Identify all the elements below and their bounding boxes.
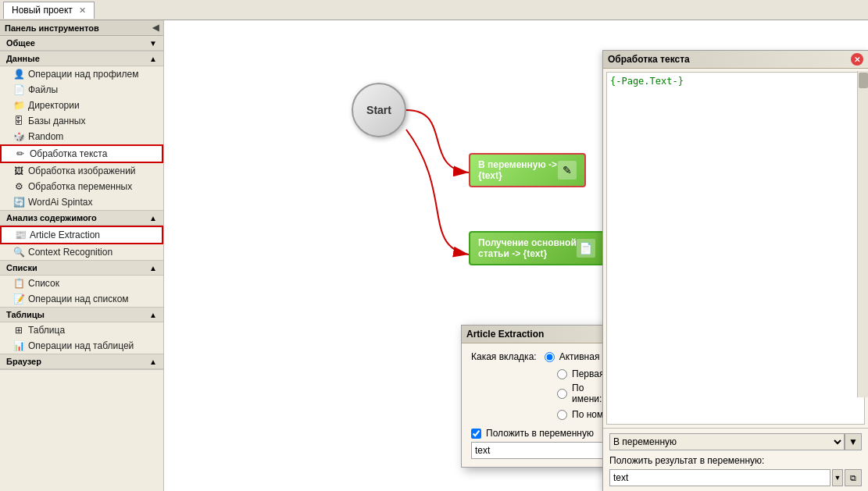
footer-select-row: В переменную ▼ [609,433,862,450]
section-general: Общее ▼ [0,36,163,52]
content-row: Панель инструментов ◀ Общее ▼ Данные ▲ 👤… [0,20,868,491]
sidebar-item-table-ops[interactable]: 📊 Операции над таблицей [0,338,163,354]
textarea-scrollbar[interactable] [857,71,868,397]
sidebar-header: Панель инструментов ◀ [0,20,163,36]
user-icon: 👤 [13,68,25,80]
tabs-bar: Новый проект ✕ [0,0,868,20]
start-node[interactable]: Start [352,83,406,137]
table-icon: ⊞ [13,324,25,336]
doc-icon: 📄 [577,239,595,258]
section-browser-arrow: ▲ [149,358,157,366]
db-icon: 🗄 [13,115,25,127]
sidebar-title: Панель инструментов [5,23,99,33]
section-content-analysis-title[interactable]: Анализ содержимого ▲ [0,211,163,226]
footer-result-label: Положить результат в переменную: [609,455,862,466]
sidebar-item-list[interactable]: 📋 Список [0,276,163,291]
sidebar-item-random[interactable]: 🎲 Random [0,129,163,144]
radio-active-label: Активная [559,351,600,362]
sidebar-item-table[interactable]: ⊞ Таблица [0,322,163,338]
section-browser-title[interactable]: Браузер ▲ [0,354,163,369]
dialog-text-close-btn[interactable]: ✕ [851,53,863,66]
flow-node-article-ext[interactable]: Получение основной статьи -> {text} 📄 [469,231,605,265]
dialog-article-title: Article Extraction [466,329,544,340]
radio-byname[interactable] [557,389,567,399]
image-proc-icon: 🖼 [13,165,25,177]
pen-icon: ✎ [558,161,577,180]
section-general-title[interactable]: Общее ▼ [0,36,163,51]
file-icon: 📄 [13,84,25,96]
section-lists: Списки ▲ 📋 Список 📝 Операции над списком [0,261,163,308]
sidebar-item-var-proc[interactable]: ⚙ Обработка переменных [0,179,163,194]
list-icon: 📋 [13,277,25,290]
scrollbar-thumb [859,73,868,88]
sidebar: Панель инструментов ◀ Общее ▼ Данные ▲ 👤… [0,20,164,491]
section-tables-arrow: ▲ [149,311,157,319]
main-canvas[interactable]: Start В переменную -> {text} ✎ Получение… [164,20,868,491]
sidebar-collapse-btn[interactable]: ◀ [152,23,159,33]
sidebar-item-context-rec[interactable]: 🔍 Context Recognition [0,244,163,260]
section-tables: Таблицы ▲ ⊞ Таблица 📊 Операции над табли… [0,308,163,354]
section-data: Данные ▲ 👤 Операции над профилем 📄 Файлы… [0,52,163,211]
section-data-arrow: ▲ [149,55,157,63]
text-area-container [603,69,868,428]
save-to-var-checkbox[interactable] [471,429,481,439]
footer-action-select[interactable]: В переменную [609,433,845,450]
var-input-scrollbar[interactable]: ▼ [832,469,843,486]
article-ext-icon: 📰 [14,229,27,241]
sidebar-item-directories[interactable]: 📁 Директории [0,98,163,113]
sidebar-item-databases[interactable]: 🗄 Базы данных [0,113,163,129]
random-icon: 🎲 [13,130,25,143]
section-lists-arrow: ▲ [149,264,157,272]
sidebar-item-text-proc[interactable]: ✏ Обработка текста [0,144,163,163]
tab-close-btn[interactable]: ✕ [79,5,86,16]
dialog-text-title: Обработка текста [608,54,690,65]
section-browser: Браузер ▲ [0,354,163,370]
app-container: Новый проект ✕ Панель инструментов ◀ Общ… [0,0,868,491]
save-to-var-label: Положить в переменную [486,428,594,439]
section-lists-title[interactable]: Списки ▲ [0,261,163,276]
radio-first-label: Первая [572,368,604,379]
sidebar-item-profile-ops[interactable]: 👤 Операции над профилем [0,66,163,82]
dialog-text-title-bar: Обработка текста ✕ [603,51,868,69]
sidebar-item-files[interactable]: 📄 Файлы [0,82,163,98]
dialog-text-footer: В переменную ▼ Положить результат в пере… [603,428,868,491]
table-ops-icon: 📊 [13,340,25,352]
sidebar-item-article-ext[interactable]: 📰 Article Extraction [0,226,163,244]
dialog-text-processing: Обработка текста ✕ В переменную ▼ [602,50,868,491]
var-proc-icon: ⚙ [13,180,25,193]
text-proc-icon: ✏ [14,148,27,160]
footer-var-row: ▼ ⧉ [609,469,862,486]
sidebar-item-list-ops[interactable]: 📝 Операции над списком [0,291,163,307]
radio-active-row: Активная [545,351,600,362]
sidebar-item-wordai[interactable]: 🔄 WordAi Spintax [0,194,163,210]
radio-bynumber[interactable] [557,410,567,420]
tab-label: Новый проект [12,5,73,16]
radio-byname-label: По имени: [572,382,602,404]
radio-first[interactable] [557,369,567,379]
footer-copy-btn[interactable]: ⧉ [845,469,862,486]
section-data-title[interactable]: Данные ▲ [0,52,163,66]
sidebar-item-image-proc[interactable]: 🖼 Обработка изображений [0,163,163,179]
section-tables-title[interactable]: Таблицы ▲ [0,308,163,322]
tab-label: Какая вкладка: [471,351,537,362]
radio-active[interactable] [545,352,555,362]
tab-new-project[interactable]: Новый проект ✕ [3,2,95,19]
flow-node-text-proc[interactable]: В переменную -> {text} ✎ [469,153,586,187]
text-proc-textarea[interactable] [606,72,865,425]
footer-var-input[interactable] [609,469,830,486]
section-general-arrow: ▼ [149,39,157,48]
wordai-icon: 🔄 [13,196,25,208]
list-ops-icon: 📝 [13,293,25,305]
folder-icon: 📁 [13,99,25,112]
section-content-analysis: Анализ содержимого ▲ 📰 Article Extractio… [0,211,163,261]
context-rec-icon: 🔍 [13,246,25,258]
footer-dropdown-arrow[interactable]: ▼ [845,433,862,450]
section-content-arrow: ▲ [149,214,157,222]
